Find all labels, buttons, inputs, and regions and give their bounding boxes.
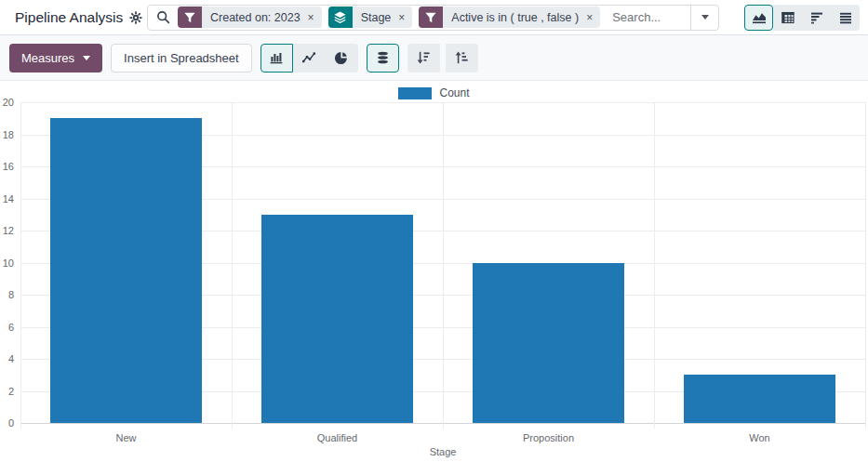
vertical-gridline: [865, 102, 866, 429]
line-chart-icon: [301, 50, 316, 65]
legend-swatch: [398, 87, 432, 99]
view-switcher: [744, 5, 860, 31]
graph-view: Count 02468101214161820NewQualifiedPropo…: [0, 81, 868, 457]
search-facet-stage: Stage ×: [328, 7, 413, 28]
y-axis-tick-label: 14: [3, 193, 14, 205]
search-input[interactable]: Search...: [607, 10, 690, 24]
x-axis-tick-label: Proposition: [523, 432, 574, 443]
stacked-toggle-button[interactable]: [367, 44, 399, 73]
chart-legend[interactable]: Count: [0, 85, 868, 101]
y-axis-tick-label: 0: [8, 417, 14, 429]
pivot-view-button[interactable]: [773, 5, 802, 31]
vertical-gridline: [20, 102, 21, 429]
sort-group: [407, 44, 478, 73]
stacked-icon: [376, 50, 390, 65]
pie-chart-icon: [334, 50, 349, 65]
group-by-icon: [328, 7, 353, 28]
legend-label: Count: [439, 86, 469, 99]
y-axis-tick-label: 4: [8, 353, 14, 364]
y-axis-tick-label: 2: [8, 386, 14, 397]
y-axis-tick-label: 16: [3, 161, 14, 172]
chevron-down-icon: [83, 56, 90, 60]
chart-bar-new[interactable]: [50, 118, 202, 423]
facet-remove-button[interactable]: ×: [397, 7, 412, 28]
sort-ascending-button[interactable]: [446, 44, 478, 73]
search-bar: Created on: 2023 × Stage × Active is in …: [147, 5, 719, 31]
y-axis-tick-label: 6: [8, 322, 14, 333]
graph-view-button[interactable]: [744, 5, 773, 31]
x-axis-tick-label: New: [115, 432, 136, 443]
filter-icon: [178, 7, 202, 28]
sort-ascending-icon: [454, 50, 469, 65]
facet-remove-button[interactable]: ×: [585, 7, 600, 28]
y-axis-tick-label: 12: [3, 225, 14, 236]
vertical-gridline: [232, 102, 233, 429]
facet-label: Stage: [353, 7, 398, 28]
gear-icon[interactable]: [129, 11, 142, 24]
facet-label: Active is in ( true , false ): [443, 7, 585, 28]
list-view-button[interactable]: [831, 5, 860, 31]
search-icon: [156, 10, 170, 24]
page-title: Pipeline Analysis: [15, 9, 123, 26]
y-axis-tick-label: 20: [3, 97, 14, 108]
y-axis-tick-label: 18: [3, 129, 14, 140]
line-chart-button[interactable]: [293, 44, 326, 73]
search-facet-active: Active is in ( true , false ) ×: [419, 7, 600, 28]
chart-plot-area: 02468101214161820NewQualifiedProposition…: [20, 102, 865, 423]
facet-label: Created on: 2023: [202, 7, 307, 28]
y-axis-tick-label: 10: [3, 257, 14, 269]
chart-type-group: [260, 44, 358, 73]
bar-chart-icon: [269, 50, 284, 65]
search-facet-created-on: Created on: 2023 ×: [178, 7, 322, 28]
vertical-gridline: [443, 102, 444, 429]
chart-bar-won[interactable]: [684, 375, 835, 423]
list-icon: [838, 10, 853, 25]
y-axis-tick-label: 8: [8, 289, 14, 300]
facet-remove-button[interactable]: ×: [307, 7, 322, 28]
x-axis-tick-label: Won: [749, 432, 769, 443]
chevron-down-icon: [701, 15, 709, 20]
vertical-gridline: [654, 102, 655, 429]
bar-chart-button[interactable]: [260, 44, 293, 73]
pivot-table-icon: [781, 10, 795, 25]
chart-bar-proposition[interactable]: [473, 263, 624, 424]
cohort-icon: [809, 10, 824, 25]
measures-label: Measures: [21, 51, 74, 65]
control-panel: Pipeline Analysis: [0, 0, 868, 35]
measures-button[interactable]: Measures: [9, 44, 102, 73]
breadcrumb: Pipeline Analysis: [15, 9, 138, 26]
area-chart-icon: [751, 10, 768, 25]
graph-toolbar: Measures Insert in Spreadsheet: [0, 35, 868, 81]
sort-descending-button[interactable]: [407, 44, 440, 73]
sort-descending-icon: [416, 50, 431, 65]
insert-in-spreadsheet-button[interactable]: Insert in Spreadsheet: [111, 44, 252, 73]
cohort-view-button[interactable]: [802, 5, 831, 31]
x-axis-tick-label: Qualified: [317, 432, 357, 443]
search-options-toggle[interactable]: [690, 6, 718, 30]
filter-icon: [419, 7, 443, 28]
chart-bar-qualified[interactable]: [261, 215, 413, 423]
pie-chart-button[interactable]: [326, 44, 358, 73]
x-axis-title: Stage: [20, 446, 865, 457]
